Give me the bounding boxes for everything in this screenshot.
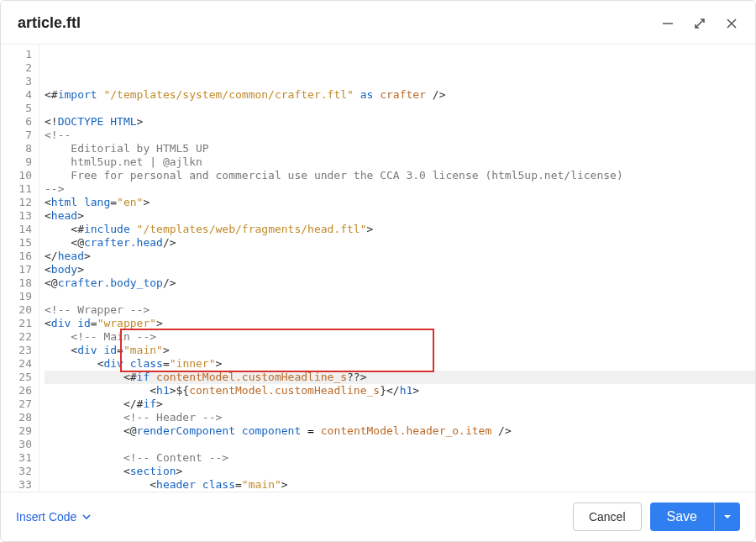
line-number: 1 <box>1 48 32 61</box>
code-line[interactable]: <body> <box>45 263 755 276</box>
line-number: 11 <box>1 182 32 196</box>
file-title: article.ftl <box>18 14 661 32</box>
line-number: 14 <box>1 223 32 236</box>
caret-down-icon <box>723 513 732 521</box>
cancel-button[interactable]: Cancel <box>573 503 642 531</box>
line-number: 4 <box>1 88 32 102</box>
code-editor[interactable]: 1234567891011121314151617181920212223242… <box>1 45 755 492</box>
line-number: 13 <box>1 209 32 223</box>
chevron-down-icon <box>81 512 92 522</box>
line-number: 29 <box>1 424 32 438</box>
close-icon[interactable] <box>725 17 738 30</box>
code-line[interactable]: <@renderComponent component = contentMod… <box>45 424 755 438</box>
code-line[interactable]: Editorial by HTML5 UP <box>45 142 755 155</box>
code-line[interactable]: </head> <box>45 250 755 263</box>
code-line[interactable]: <#if contentModel.customHeadline_s??> <box>45 371 755 384</box>
line-number: 25 <box>1 371 32 384</box>
line-number: 15 <box>1 236 32 250</box>
line-number: 27 <box>1 397 32 411</box>
code-area[interactable]: <#import "/templates/system/common/craft… <box>39 45 755 492</box>
line-number: 2 <box>1 61 32 75</box>
save-button[interactable]: Save <box>650 503 714 531</box>
line-number: 16 <box>1 250 32 263</box>
code-line[interactable]: <!-- Content --> <box>45 451 755 465</box>
line-number: 21 <box>1 317 32 330</box>
insert-code-button[interactable]: Insert Code <box>16 510 92 524</box>
line-number: 7 <box>1 129 32 142</box>
code-line[interactable]: <!-- Wrapper --> <box>45 303 755 317</box>
line-number: 19 <box>1 290 32 303</box>
minimize-icon[interactable] <box>661 17 675 30</box>
code-line[interactable]: <html lang="en"> <box>45 196 755 209</box>
line-number-gutter: 1234567891011121314151617181920212223242… <box>1 45 39 492</box>
line-number: 3 <box>1 75 32 88</box>
code-line[interactable]: <header class="main"> <box>45 478 755 492</box>
code-line[interactable]: Free for personal and commercial use und… <box>45 169 755 182</box>
line-number: 30 <box>1 438 32 451</box>
line-number: 12 <box>1 196 32 209</box>
code-line[interactable]: <div id="wrapper"> <box>45 317 755 330</box>
code-line[interactable]: <@crafter.head/> <box>45 236 755 250</box>
code-line[interactable]: <#import "/templates/system/common/craft… <box>45 88 755 102</box>
expand-icon[interactable] <box>693 17 706 30</box>
line-number: 31 <box>1 451 32 465</box>
insert-code-label: Insert Code <box>16 510 76 524</box>
code-line[interactable]: <@crafter.body_top/> <box>45 276 755 290</box>
code-line[interactable]: <head> <box>45 209 755 223</box>
code-line[interactable]: <!-- <box>45 129 755 142</box>
line-number: 8 <box>1 142 32 155</box>
editor-header: article.ftl <box>1 1 755 45</box>
code-line[interactable]: html5up.net | @ajlkn <box>45 155 755 169</box>
code-line[interactable]: <div id="main"> <box>45 344 755 357</box>
line-number: 32 <box>1 465 32 478</box>
code-line[interactable]: --> <box>45 182 755 196</box>
line-number: 10 <box>1 169 32 182</box>
line-number: 17 <box>1 263 32 276</box>
code-line[interactable]: <!-- Header --> <box>45 411 755 424</box>
save-button-group: Save <box>650 503 740 531</box>
code-line[interactable]: <h1>${contentModel.customHeadline_s}</h1… <box>45 384 755 397</box>
code-line[interactable]: <div class="inner"> <box>45 357 755 371</box>
window-controls <box>661 17 738 30</box>
line-number: 6 <box>1 115 32 129</box>
code-line[interactable]: <#include "/templates/web/fragments/head… <box>45 223 755 236</box>
code-line[interactable] <box>45 102 755 115</box>
line-number: 23 <box>1 344 32 357</box>
line-number: 20 <box>1 303 32 317</box>
code-line[interactable]: <section> <box>45 465 755 478</box>
line-number: 24 <box>1 357 32 371</box>
line-number: 26 <box>1 384 32 397</box>
code-line[interactable] <box>45 290 755 303</box>
line-number: 28 <box>1 411 32 424</box>
line-number: 9 <box>1 155 32 169</box>
editor-footer: Insert Code Cancel Save <box>1 492 755 541</box>
line-number: 22 <box>1 330 32 344</box>
code-line[interactable]: <!-- Main --> <box>45 330 755 344</box>
line-number: 33 <box>1 478 32 492</box>
code-line[interactable] <box>45 438 755 451</box>
line-number: 5 <box>1 102 32 115</box>
save-dropdown-button[interactable] <box>714 503 740 531</box>
line-number: 18 <box>1 276 32 290</box>
code-line[interactable]: <!DOCTYPE HTML> <box>45 115 755 129</box>
code-line[interactable]: </#if> <box>45 397 755 411</box>
